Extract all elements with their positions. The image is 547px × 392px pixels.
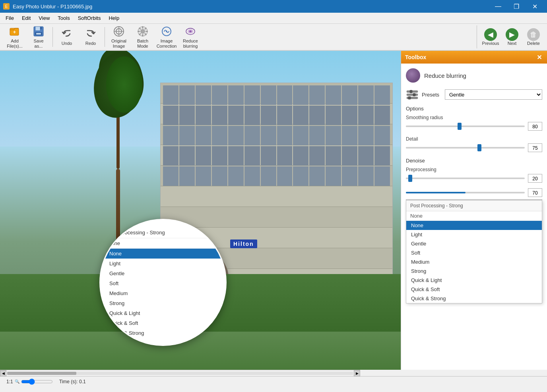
menu-view[interactable]: View (35, 14, 54, 23)
undo-icon (60, 27, 73, 40)
dropdown-quick-soft-item[interactable]: Quick & Soft (105, 318, 221, 328)
toolbox-panel: Toolbox ✕ Reduce blurring (401, 51, 547, 370)
original-image-button[interactable]: OriginalImage (107, 25, 130, 48)
svg-rect-23 (408, 97, 411, 99)
minimize-button[interactable]: — (489, 0, 507, 13)
next-icon: ▶ (506, 28, 518, 41)
presets-label: Presets (422, 92, 442, 98)
svg-point-12 (141, 29, 145, 33)
status-bar: 1:1 🔍 Time (s): 0.1 (0, 376, 547, 386)
dd-item-gentle[interactable]: Gentle (406, 239, 542, 248)
original-image-icon (113, 25, 125, 38)
smoothing-radius-label: Smoothing radius (406, 115, 542, 120)
nav-section: ◀ Previous ▶ Next 🗑 Delete (477, 25, 544, 48)
dd-item-none[interactable]: None (406, 221, 542, 230)
zoom-slider[interactable] (21, 379, 53, 384)
redo-label: Redo (85, 41, 96, 46)
toolbox-close-button[interactable]: ✕ (535, 53, 543, 61)
preprocessing-track[interactable] (406, 178, 525, 179)
save-as-button[interactable]: Saveas... (27, 25, 50, 48)
dropdown-quick-light-item[interactable]: Quick & Light (105, 308, 221, 318)
previous-button[interactable]: ◀ Previous (480, 25, 501, 48)
image-correction-label: ImageCorrection (157, 39, 177, 49)
magnifier-content: Post Processing - Strong None None Light… (101, 220, 225, 345)
batch-mode-button[interactable]: BatchMode (131, 25, 154, 48)
next-label: Next (508, 41, 517, 46)
zoom-label: 1:1 (6, 379, 13, 384)
none-header: None (105, 238, 221, 249)
save-as-icon (32, 25, 45, 38)
app-icon: E (3, 3, 10, 10)
svg-rect-21 (410, 90, 412, 93)
previous-icon: ◀ (484, 28, 497, 41)
dropdown-medium-item[interactable]: Medium (105, 288, 221, 298)
scroll-right-button[interactable]: ▶ (354, 370, 360, 377)
batch-mode-label: BatchMode (137, 39, 148, 49)
tool-title: Reduce blurring (424, 72, 466, 79)
dd-item-medium[interactable]: Medium (406, 257, 542, 266)
add-files-button[interactable]: + AddFile(s)... (3, 25, 26, 48)
dd-item-quick-light[interactable]: Quick & Light (406, 276, 542, 285)
preprocessing-value[interactable]: 20 (528, 174, 542, 183)
zoom-icon: 🔍 (15, 379, 19, 384)
scroll-left-button[interactable]: ◀ (0, 370, 6, 377)
app-title: Easy Photo Unblur - P1100665.jpg (13, 4, 92, 10)
postprocessing-slider-container: 70 (406, 188, 542, 197)
scrollbar-horizontal: ◀ ▶ (0, 370, 360, 376)
add-files-icon: + (8, 25, 21, 38)
close-button[interactable]: ✕ (526, 0, 544, 13)
dropdown-strong-item[interactable]: Strong (105, 298, 221, 308)
dd-item-soft[interactable]: Soft (406, 248, 542, 257)
svg-rect-22 (413, 93, 415, 96)
svg-rect-6 (40, 27, 42, 29)
title-bar-left: E Easy Photo Unblur - P1100665.jpg (3, 3, 92, 10)
preprocessing-row: Preprocessing 20 (406, 167, 542, 183)
svg-text:+: + (13, 29, 16, 35)
toolbox-title: Toolbox (405, 54, 426, 60)
reduce-blurring-label: Reduceblurring (183, 39, 198, 49)
postprocessing-row: 70 None Light Gentle Soft Medium Strong … (406, 188, 542, 210)
image-correction-button[interactable]: ImageCorrection (155, 25, 178, 48)
postprocessing-track[interactable] (406, 192, 525, 193)
toolbar: + AddFile(s)... Saveas... Undo (0, 24, 547, 51)
toolbox-header: Toolbox ✕ (401, 51, 547, 64)
detail-value[interactable]: 75 (528, 143, 542, 152)
dropdown-none-item[interactable]: None (105, 249, 221, 259)
menu-help[interactable]: Help (105, 14, 123, 23)
smoothing-radius-value[interactable]: 80 (528, 122, 542, 131)
undo-button[interactable]: Undo (55, 25, 78, 48)
menu-tools[interactable]: Tools (54, 14, 74, 23)
delete-label: Delete (527, 41, 540, 46)
window-controls: — ❐ ✕ (489, 0, 544, 13)
dropdown-light-item[interactable]: Light (105, 259, 221, 268)
preprocessing-container: 20 (406, 174, 542, 183)
delete-icon: 🗑 (527, 28, 540, 41)
dd-item-quick-soft[interactable]: Quick & Soft (406, 285, 542, 294)
detail-track[interactable] (406, 147, 525, 149)
next-button[interactable]: ▶ Next (502, 25, 522, 48)
dd-item-strong[interactable]: Strong (406, 266, 542, 276)
delete-button[interactable]: 🗑 Delete (523, 25, 544, 48)
dropdown-gentle-item[interactable]: Gentle (105, 268, 221, 278)
menu-file[interactable]: File (2, 14, 18, 23)
sep1 (52, 27, 53, 47)
presets-select[interactable]: Gentle None Light Soft Medium Strong (445, 89, 542, 100)
dd-item-quick-strong[interactable]: Quick & Strong (406, 294, 542, 303)
scroll-track[interactable] (7, 372, 353, 375)
smoothing-radius-track[interactable] (406, 126, 525, 127)
postprocessing-value[interactable]: 70 (528, 188, 542, 197)
dropdown-soft-item[interactable]: Soft (105, 278, 221, 288)
redo-button[interactable]: Redo (79, 25, 102, 48)
svg-rect-3 (35, 27, 40, 31)
toolbox-body: Reduce blurring Presets Gentle (401, 64, 547, 370)
menu-edit[interactable]: Edit (18, 14, 35, 23)
image-area: Hilton (0, 51, 401, 370)
smoothing-radius-row: Smoothing radius 80 (406, 115, 542, 131)
detail-container: 75 (406, 143, 542, 152)
maximize-button[interactable]: ❐ (507, 0, 526, 13)
dd-item-light[interactable]: Light (406, 230, 542, 239)
reduce-blurring-button[interactable]: Reduceblurring (179, 25, 202, 48)
previous-label: Previous (482, 41, 499, 46)
menu-softorbits[interactable]: SoftOrbits (74, 14, 105, 23)
add-files-label: AddFile(s)... (7, 39, 23, 49)
